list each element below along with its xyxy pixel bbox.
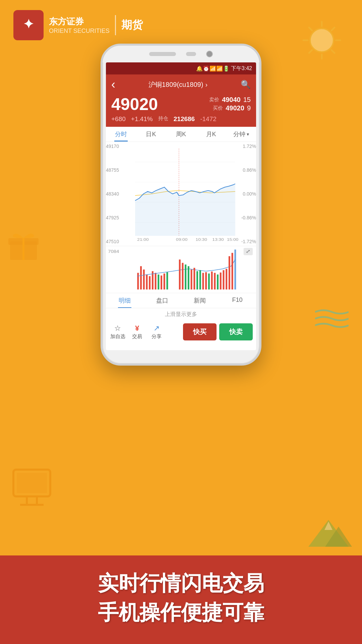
svg-rect-60 [220, 272, 222, 289]
svg-line-6 [331, 50, 335, 53]
back-button[interactable]: ‹ [111, 77, 115, 92]
svg-rect-59 [217, 274, 219, 289]
svg-rect-37 [143, 270, 145, 290]
status-time: 下午3:42 [231, 65, 252, 72]
svg-rect-57 [211, 271, 213, 289]
svg-rect-58 [214, 273, 216, 289]
svg-text:09:00: 09:00 [176, 237, 187, 241]
hold-val: 212686 [174, 115, 195, 123]
tab-周K[interactable]: 周K [166, 127, 196, 142]
tab-盘口[interactable]: 盘口 [143, 293, 181, 308]
share-label: 分享 [152, 333, 162, 340]
svg-rect-56 [208, 273, 210, 289]
svg-rect-44 [164, 273, 165, 289]
watchlist-icon: ☆ [114, 324, 121, 333]
price-chart: 49170 48755 48340 47925 47510 1.72% 0.86… [106, 142, 256, 246]
chart-tabs: 分时 日K 周K 月K 分钟 ▾ [106, 127, 256, 142]
tab-分钟[interactable]: 分钟 ▾ [226, 127, 256, 142]
svg-rect-46 [179, 260, 181, 289]
svg-rect-53 [199, 270, 201, 289]
svg-rect-35 [137, 273, 139, 289]
phone-volume-button [101, 99, 102, 116]
buy-qty: 9 [247, 104, 251, 112]
svg-rect-45 [166, 272, 168, 289]
svg-rect-65 [234, 250, 236, 289]
svg-rect-43 [161, 275, 162, 289]
brand-divider [115, 15, 116, 35]
share-button[interactable]: ↗ 分享 [148, 324, 165, 340]
tab-日K[interactable]: 日K [136, 127, 166, 142]
price-chart-svg: 21:00 09:00 10:30 13:30 15:00 [106, 142, 256, 246]
brand-name: 东方证券 [49, 16, 110, 28]
svg-rect-63 [229, 256, 230, 289]
search-button[interactable]: 🔍 [241, 80, 251, 89]
brand-subtitle-below: ORIENT SECURITIES [49, 28, 110, 35]
slide-notice: 上滑显示更多 [106, 308, 256, 321]
tab-F10[interactable]: F10 [219, 293, 256, 308]
svg-text:15:00: 15:00 [227, 237, 238, 241]
status-icons: 🔔⏰📶📶🔋 [196, 65, 230, 72]
phone-power-button [260, 106, 261, 133]
bottom-tabs: 明细 盘口 新闻 F10 [106, 293, 256, 308]
mountain-decoration [305, 517, 352, 550]
quick-buy-button[interactable]: 快买 [183, 323, 217, 340]
svg-rect-48 [185, 265, 186, 289]
phone-camera [206, 51, 213, 57]
svg-rect-39 [149, 276, 150, 289]
tab-月K[interactable]: 月K [196, 127, 226, 142]
svg-rect-36 [140, 266, 142, 290]
price-section: 49020 卖价 49040 15 买价 49020 9 [106, 95, 256, 127]
hold-label: 持仓 [158, 115, 168, 123]
svg-rect-51 [193, 268, 195, 290]
phone-mockup: 🔔⏰📶📶🔋 下午3:42 ‹ 沪铜1809(cu1809) › 🔍 49020 [101, 44, 261, 366]
svg-rect-38 [146, 274, 147, 289]
svg-rect-64 [232, 253, 233, 289]
svg-rect-49 [188, 266, 189, 290]
svg-rect-42 [158, 274, 159, 289]
action-bar: ☆ 加自选 ¥ 交易 ↗ 分享 快买 快卖 [106, 321, 256, 343]
svg-text:13:30: 13:30 [212, 237, 224, 241]
trade-icon: ¥ [135, 324, 139, 333]
phone-mic [186, 52, 196, 56]
tab-分时[interactable]: 分时 [106, 127, 136, 142]
svg-rect-10 [17, 473, 47, 493]
brand-bar: ✦ 东方证券 ORIENT SECURITIES 期货 [13, 10, 143, 40]
title-arrow: › [205, 81, 207, 89]
brand-subtitle: 期货 [121, 18, 143, 33]
sell-price: 49040 [222, 96, 241, 104]
waves-decoration [315, 309, 349, 329]
svg-text:21:00: 21:00 [137, 237, 148, 241]
sell-qty: 15 [243, 96, 251, 104]
svg-rect-55 [205, 272, 207, 289]
phone-screen: 🔔⏰📶📶🔋 下午3:42 ‹ 沪铜1809(cu1809) › 🔍 49020 [106, 62, 256, 350]
svg-text:⤢: ⤢ [246, 249, 250, 254]
quick-sell-button[interactable]: 快卖 [219, 323, 253, 340]
monitor-decoration [10, 466, 54, 510]
tab-新闻[interactable]: 新闻 [181, 293, 219, 308]
svg-rect-54 [202, 273, 204, 289]
watchlist-button[interactable]: ☆ 加自选 [109, 324, 126, 340]
share-icon: ↗ [154, 324, 160, 333]
bottom-banner: 实时行情闪电交易 手机操作便捷可靠 [0, 555, 362, 644]
trade-label: 交易 [132, 333, 142, 340]
svg-line-8 [309, 50, 312, 53]
svg-line-7 [331, 28, 335, 31]
price-change: +680 [111, 115, 126, 123]
phone-speaker [149, 52, 176, 56]
stock-title: 沪铜1809(cu1809) [148, 80, 203, 89]
volume-chart: 7084 ⤢ [106, 246, 256, 293]
svg-text:✦: ✦ [23, 17, 34, 31]
svg-rect-50 [191, 270, 192, 290]
main-price: 49020 [111, 95, 158, 114]
gift-decoration [7, 228, 40, 262]
watchlist-label: 加自选 [110, 333, 125, 340]
tab-明细[interactable]: 明细 [106, 293, 143, 308]
hold-change: -1472 [200, 115, 217, 123]
sell-label: 卖价 [209, 97, 219, 103]
svg-point-0 [310, 29, 334, 52]
svg-text:7084: 7084 [108, 249, 119, 254]
banner-line2: 手机操作便捷可靠 [20, 598, 342, 627]
trade-button[interactable]: ¥ 交易 [129, 324, 145, 340]
brand-logo: ✦ [13, 10, 44, 40]
app-header: ‹ 沪铜1809(cu1809) › 🔍 [106, 74, 256, 95]
